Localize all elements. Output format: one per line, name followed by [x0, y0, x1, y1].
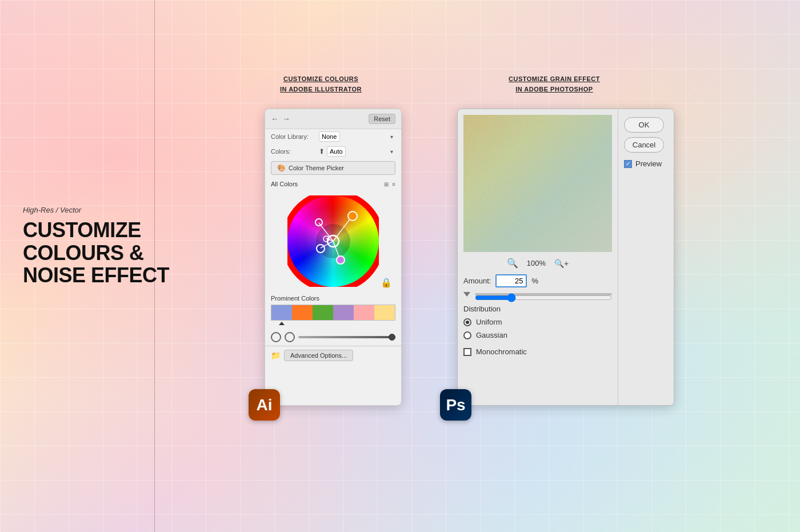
- left-title-line1: CUSTOMIZE: [23, 218, 141, 242]
- color-swatches: [271, 305, 395, 321]
- slider-thumb[interactable]: [389, 334, 395, 341]
- colors-select-wrapper: Auto: [327, 146, 395, 157]
- left-subtitle: High-Res / Vector: [23, 206, 169, 214]
- ok-button[interactable]: OK: [624, 117, 664, 133]
- percent-symbol: %: [531, 277, 538, 285]
- preview-label: Preview: [635, 159, 662, 168]
- color-wheel-container: 🔒: [265, 193, 401, 291]
- lock-icon[interactable]: 🔒: [381, 277, 392, 288]
- section-icons: ⊞ ≡: [384, 181, 395, 187]
- swatch-5[interactable]: [354, 305, 374, 320]
- illustrator-top-label: CUSTOMIZE COLOURSIN ADOBE ILLUSTRATOR: [280, 74, 362, 94]
- all-colors-section: All Colors ⊞ ≡: [265, 177, 401, 193]
- list-icon[interactable]: ≡: [392, 181, 395, 187]
- color-theme-picker-label: Color Theme Picker: [289, 165, 344, 171]
- left-title-line2: COLOURS &: [23, 241, 144, 265]
- panel-footer: 📁 Advanced Options...: [265, 346, 401, 365]
- svg-rect-15: [463, 115, 612, 252]
- amount-label: Amount:: [463, 277, 491, 285]
- folder-icon[interactable]: 📁: [271, 351, 281, 360]
- panel-slider-row: [265, 329, 401, 346]
- swatch-6[interactable]: [374, 305, 395, 320]
- color-library-select-wrapper: None: [319, 131, 395, 142]
- ps-sidebar: OK Cancel Preview: [618, 109, 674, 405]
- ps-slider-input[interactable]: [475, 293, 612, 302]
- redo-button[interactable]: →: [282, 114, 290, 123]
- cancel-button[interactable]: Cancel: [624, 137, 664, 153]
- uniform-radio-row: Uniform: [463, 318, 612, 326]
- preview-row: Preview: [624, 159, 668, 168]
- ps-amount-slider[interactable]: [475, 293, 612, 295]
- colors-row: Colors: ⬆ Auto: [265, 144, 401, 159]
- swatch-3[interactable]: [313, 305, 333, 320]
- illustrator-panel: ← → Reset Color Library: None Colors: ⬆ …: [265, 109, 402, 406]
- photoshop-panel: 🔍 100% 🔍+ Amount: 25 % Distribution: [457, 109, 674, 406]
- color-theme-picker-button[interactable]: 🎨 Color Theme Picker: [271, 161, 395, 175]
- grid-icon[interactable]: ⊞: [384, 181, 389, 187]
- monochromatic-label: Monochromatic: [476, 347, 527, 356]
- ps-content: 🔍 100% 🔍+ Amount: 25 % Distribution: [458, 109, 618, 405]
- colors-spinner-up[interactable]: ⬆: [319, 147, 325, 155]
- svg-point-9: [348, 211, 357, 221]
- amount-input[interactable]: 25: [495, 274, 527, 287]
- color-library-row: Color Library: None: [265, 129, 401, 144]
- monochromatic-checkbox[interactable]: [463, 348, 471, 356]
- illustrator-toolbar: ← → Reset: [265, 109, 401, 129]
- advanced-options-button[interactable]: Advanced Options...: [284, 350, 353, 361]
- photoshop-top-label: CUSTOMIZE GRAIN EFFECTIN ADOBE PHOTOSHOP: [509, 74, 600, 94]
- svg-point-13: [337, 256, 345, 264]
- color-library-label: Color Library:: [271, 133, 317, 140]
- zoom-out-icon[interactable]: 🔍: [507, 258, 518, 269]
- all-colors-header: All Colors ⊞ ≡: [271, 181, 395, 187]
- distribution-label: Distribution: [463, 305, 612, 313]
- slider-track[interactable]: [298, 336, 395, 338]
- gaussian-label: Gaussian: [476, 331, 507, 339]
- swatch-2[interactable]: [292, 305, 313, 320]
- slider-triangle-icon: [463, 292, 470, 297]
- prominent-colors-section: Prominent Colors: [265, 291, 401, 329]
- colors-label: Colors:: [271, 148, 317, 155]
- ps-preview-area: [463, 115, 612, 252]
- all-colors-label: All Colors: [271, 181, 298, 187]
- gaussian-radio-row: Gaussian: [463, 331, 612, 339]
- ps-slider-row: [463, 292, 612, 297]
- left-title-line3: NOISE EFFECT: [23, 263, 169, 287]
- left-title: CUSTOMIZE COLOURS & NOISE EFFECT: [23, 219, 169, 287]
- color-library-select[interactable]: None: [319, 131, 340, 142]
- circle-button-1[interactable]: [271, 332, 281, 342]
- color-wheel-wrapper: [287, 195, 379, 289]
- uniform-label: Uniform: [476, 318, 502, 326]
- swatch-pointer: [279, 322, 285, 325]
- color-wheel[interactable]: [287, 195, 379, 287]
- uniform-radio[interactable]: [463, 318, 471, 326]
- photoshop-icon-letter: Ps: [446, 396, 465, 414]
- undo-button[interactable]: ←: [271, 114, 279, 123]
- illustrator-app-icon[interactable]: Ai: [249, 389, 280, 421]
- ps-amount-row: Amount: 25 %: [463, 274, 612, 287]
- prominent-colors-label: Prominent Colors: [271, 295, 395, 302]
- circle-button-2[interactable]: [285, 332, 295, 342]
- photoshop-app-icon[interactable]: Ps: [440, 389, 471, 421]
- illustrator-icon-letter: Ai: [257, 396, 273, 414]
- swatch-4[interactable]: [333, 305, 354, 320]
- ps-zoom-bar: 🔍 100% 🔍+: [463, 258, 612, 269]
- preview-checkbox[interactable]: [624, 160, 632, 168]
- svg-rect-14: [463, 115, 612, 252]
- zoom-value: 100%: [527, 259, 546, 267]
- monochromatic-row: Monochromatic: [463, 347, 612, 356]
- ps-main: 🔍 100% 🔍+ Amount: 25 % Distribution: [458, 109, 674, 405]
- gaussian-radio[interactable]: [463, 331, 471, 339]
- swatch-1[interactable]: [271, 305, 292, 320]
- left-text-area: High-Res / Vector CUSTOMIZE COLOURS & NO…: [23, 206, 169, 287]
- eyedropper-icon: 🎨: [277, 164, 286, 172]
- zoom-in-icon[interactable]: 🔍+: [554, 259, 569, 268]
- colors-select[interactable]: Auto: [327, 146, 346, 157]
- reset-button[interactable]: Reset: [369, 114, 395, 124]
